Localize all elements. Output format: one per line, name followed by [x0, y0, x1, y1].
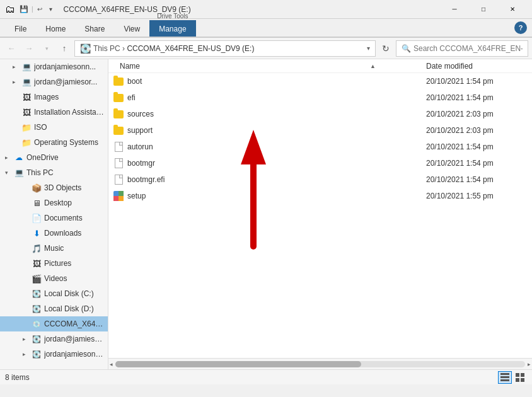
- folder-desktop-icon: 🖥: [32, 198, 42, 208]
- path-this-pc: This PC: [93, 44, 120, 53]
- folder-documents-icon: 📄: [32, 213, 42, 223]
- search-input[interactable]: [413, 44, 523, 53]
- sidebar-label: OneDrive: [26, 153, 59, 162]
- file-name: sources: [127, 110, 422, 118]
- folder-downloads-icon: ⬇: [32, 228, 42, 238]
- save-btn[interactable]: 💾: [18, 2, 30, 17]
- file-date: 20/10/2021 2:03 pm: [426, 110, 527, 118]
- file-name: bootmgr.efi: [127, 175, 422, 184]
- sidebar: ▸ 💻 jordanjamiesonn... ▸ 💻 jordan@jamies…: [0, 59, 108, 369]
- sidebar-item-3d-objects[interactable]: 📦 3D Objects: [0, 180, 108, 195]
- address-box[interactable]: 💽 This PC › CCCOMA_X64FRE_EN-US_DV9 (E:)…: [74, 40, 376, 57]
- folder-music-icon: 🎵: [32, 243, 42, 253]
- sidebar-item-pictures[interactable]: 🖼 Pictures: [0, 256, 108, 271]
- sidebar-label: jordanjamiesonn...: [34, 62, 96, 71]
- sidebar-item-local-c[interactable]: 💽 Local Disk (C:): [0, 286, 108, 301]
- up-button[interactable]: ↑: [57, 41, 72, 56]
- sidebar-item-local-d[interactable]: 💽 Local Disk (D:): [0, 301, 108, 316]
- expand-icon: ▸: [13, 79, 19, 85]
- sidebar-label: Operating Systems: [34, 138, 98, 147]
- expand-icon: ▸: [23, 351, 29, 357]
- folder-pictures-icon: 🖼: [32, 258, 42, 268]
- folder-3d-icon: 📦: [32, 183, 42, 193]
- expand-icon: ▸: [5, 154, 11, 161]
- sidebar-item-music[interactable]: 🎵 Music: [0, 241, 108, 256]
- minimize-button[interactable]: ─: [440, 0, 469, 19]
- hscroll-right-button[interactable]: ▸: [528, 361, 531, 367]
- expand-icon: ▸: [13, 64, 19, 70]
- window-controls: ─ □ ✕: [440, 0, 527, 19]
- search-box[interactable]: 🔍: [396, 40, 528, 57]
- sidebar-item-videos[interactable]: 🎬 Videos: [0, 271, 108, 286]
- tab-share[interactable]: Share: [75, 20, 114, 37]
- large-icons-view-button[interactable]: [513, 371, 527, 384]
- file-item-sources[interactable]: sources 20/10/2021 2:03 pm: [108, 106, 532, 122]
- drive-c-icon: 💽: [32, 289, 42, 299]
- recent-button[interactable]: ▾: [39, 41, 54, 56]
- svg-rect-3: [119, 196, 124, 201]
- file-item-autorun[interactable]: autorun 20/10/2021 1:54 pm: [108, 139, 532, 155]
- sidebar-label: Local Disk (D:): [44, 304, 94, 313]
- sidebar-item-cccoma[interactable]: 💿 CCCOMA_X64FRE_E...: [0, 316, 108, 331]
- sidebar-item-desktop[interactable]: 🖥 Desktop: [0, 195, 108, 210]
- col-date-header[interactable]: Date modified: [426, 62, 527, 71]
- horizontal-scrollbar[interactable]: ◂ ▸: [108, 358, 532, 369]
- sidebar-item-operating-systems[interactable]: 📁 Operating Systems: [0, 135, 108, 150]
- sidebar-item-iso[interactable]: 📁 ISO: [0, 120, 108, 135]
- svg-rect-9: [516, 373, 519, 377]
- close-button[interactable]: ✕: [498, 0, 527, 19]
- sidebar-label: jordan@jamiesonm...: [44, 335, 105, 343]
- sidebar-item-quickaccess2[interactable]: ▸ 💻 jordan@jamiesor...: [0, 74, 108, 89]
- sidebar-item-this-pc[interactable]: ▾ 💻 This PC: [0, 165, 108, 180]
- sidebar-item-quickaccess1[interactable]: ▸ 💻 jordanjamiesonn...: [0, 59, 108, 74]
- file-date: 20/10/2021 1:54 pm: [426, 175, 527, 184]
- sidebar-item-cloud2[interactable]: ▸ 💽 jordanjamiesonman...: [0, 347, 108, 362]
- address-dropdown-icon[interactable]: ▾: [367, 45, 370, 52]
- large-icons-view-icon: [516, 373, 524, 382]
- tab-file[interactable]: File: [5, 20, 36, 37]
- undo-btn[interactable]: ↩: [35, 2, 45, 17]
- file-item-setup[interactable]: setup 20/10/2021 1:55 pm: [108, 188, 532, 204]
- svg-rect-12: [521, 378, 524, 382]
- drive-icon: 💻: [21, 62, 32, 72]
- hscroll-left-button[interactable]: ◂: [110, 361, 113, 367]
- file-date: 20/10/2021 2:03 pm: [426, 126, 527, 135]
- drive-cloud-icon: 💽: [32, 334, 42, 344]
- sidebar-label: ISO: [34, 123, 47, 132]
- col-name-header[interactable]: Name: [120, 62, 426, 71]
- address-drive-icon: 💽: [80, 43, 91, 54]
- file-item-bootmgr-efi[interactable]: bootmgr.efi 20/10/2021 1:54 pm: [108, 171, 532, 188]
- sidebar-label: 3D Objects: [44, 183, 81, 192]
- sidebar-item-downloads[interactable]: ⬇ Downloads: [0, 226, 108, 241]
- sidebar-item-cloud1[interactable]: ▸ 💽 jordan@jamiesonm...: [0, 331, 108, 347]
- tab-home[interactable]: Home: [36, 20, 75, 37]
- sidebar-item-onedrive[interactable]: ▸ ☁ OneDrive: [0, 150, 108, 165]
- tab-view[interactable]: View: [114, 20, 149, 37]
- file-item-efi[interactable]: efi 20/10/2021 1:54 pm: [108, 89, 532, 106]
- ribbon-tabs: File Home Share View Drive Tools Manage: [3, 19, 196, 37]
- file-list: boot 20/10/2021 1:54 pm efi 20/10/2021 1…: [108, 73, 532, 358]
- sidebar-label: jordanjamiesonman...: [44, 350, 105, 359]
- sidebar-label: Local Disk (C:): [44, 289, 94, 298]
- folder-videos-icon: 🎬: [32, 273, 42, 284]
- tab-manage[interactable]: Manage: [149, 20, 195, 37]
- addressbar: ← → ▾ ↑ 💽 This PC › CCCOMA_X64FRE_EN-US_…: [0, 38, 532, 59]
- maximize-button[interactable]: □: [469, 0, 498, 19]
- app-icon: 🗂: [5, 4, 15, 15]
- back-button[interactable]: ←: [4, 41, 19, 56]
- forward-button[interactable]: →: [21, 41, 37, 56]
- onedrive-icon: ☁: [14, 152, 24, 163]
- redo-btn[interactable]: ▾: [46, 2, 56, 17]
- sidebar-item-images[interactable]: 🖼 Images: [0, 89, 108, 105]
- file-item-boot[interactable]: boot 20/10/2021 1:54 pm: [108, 73, 532, 89]
- drive-e-icon: 💿: [32, 319, 42, 329]
- hscroll-thumb[interactable]: [115, 361, 361, 367]
- svg-rect-8: [500, 379, 509, 381]
- sidebar-item-install-assistant[interactable]: 🖼 Installation Assistan...: [0, 105, 108, 120]
- details-view-button[interactable]: [498, 371, 512, 384]
- refresh-button[interactable]: ↻: [378, 41, 393, 56]
- help-button[interactable]: ?: [514, 21, 527, 34]
- sidebar-item-documents[interactable]: 📄 Documents: [0, 210, 108, 226]
- file-item-support[interactable]: support 20/10/2021 2:03 pm: [108, 122, 532, 139]
- file-item-bootmgr[interactable]: bootmgr 20/10/2021 1:54 pm: [108, 155, 532, 171]
